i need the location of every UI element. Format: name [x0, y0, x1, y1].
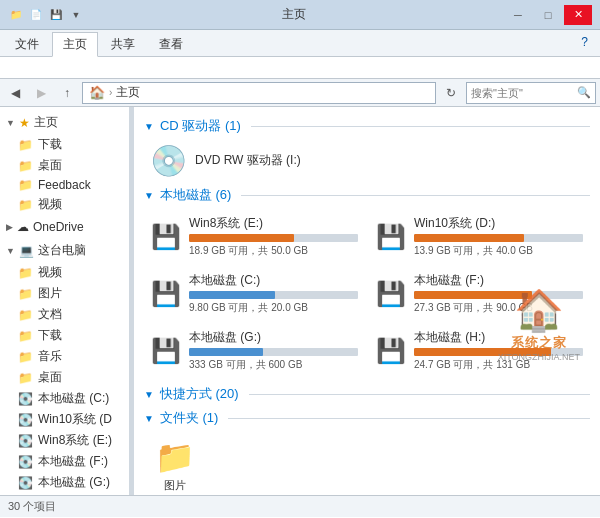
disk-icon: 💽: [18, 434, 33, 448]
disk-item[interactable]: 💾 Win8系统 (E:) 18.9 GB 可用，共 50.0 GB: [144, 210, 365, 263]
sidebar-quickaccess-label: 主页: [34, 114, 58, 131]
search-box[interactable]: 🔍: [466, 82, 596, 104]
save-icon: 💾: [48, 7, 64, 23]
disk-info: 本地磁盘 (F:) 27.3 GB 可用，共 90.0 GB: [414, 272, 583, 315]
address-chevron: ›: [109, 87, 112, 98]
disk-item[interactable]: 💾 本地磁盘 (F:) 27.3 GB 可用，共 90.0 GB: [369, 267, 590, 320]
disk-bar-bg: [189, 291, 358, 299]
folder-section-title[interactable]: 文件夹 (1): [160, 409, 219, 427]
tab-home[interactable]: 主页: [52, 32, 98, 57]
sidebar-header-thispc[interactable]: ▼ 💻 这台电脑: [0, 239, 129, 262]
sidebar-header-quickaccess[interactable]: ▼ ★ 主页: [0, 111, 129, 134]
sidebar-item-label: Win8系统 (E:): [38, 432, 112, 449]
disk-info: Win8系统 (E:) 18.9 GB 可用，共 50.0 GB: [189, 215, 358, 258]
disk-grid: 💾 Win8系统 (E:) 18.9 GB 可用，共 50.0 GB 💾 Win…: [144, 210, 590, 377]
folder-icon: 📁: [18, 266, 33, 280]
disk-icon: 💽: [18, 455, 33, 469]
minimize-button[interactable]: ─: [504, 5, 532, 25]
collapse-arrow: ▶: [6, 222, 13, 232]
tab-share[interactable]: 共享: [100, 32, 146, 56]
cd-drive-item[interactable]: 💿 DVD RW 驱动器 (I:): [144, 141, 590, 180]
sidebar-item-pc-downloads[interactable]: 📁 下载: [0, 325, 129, 346]
star-icon: ★: [19, 116, 30, 130]
folder-icon: 📁: [18, 138, 33, 152]
folder-item-pictures[interactable]: 📁 图片: [150, 433, 200, 495]
local-disk-section-divider: [241, 195, 590, 196]
refresh-button[interactable]: ↻: [440, 82, 462, 104]
tab-file[interactable]: 文件: [4, 32, 50, 56]
folder-icon: 📁: [18, 159, 33, 173]
cd-drive-label: DVD RW 驱动器 (I:): [195, 152, 301, 169]
cd-section-arrow[interactable]: ▼: [144, 121, 154, 132]
sidebar-item-local-c[interactable]: 💽 本地磁盘 (C:): [0, 388, 129, 409]
sidebar-item-label: 桌面: [38, 369, 62, 386]
sidebar-section-quickaccess: ▼ ★ 主页 📁 下载 📁 桌面 📁 Feedback 📁 视频: [0, 111, 129, 215]
sidebar-item-desktop[interactable]: 📁 桌面: [0, 155, 129, 176]
folder-icon: 📁: [18, 308, 33, 322]
sidebar-item-label: 本地磁盘 (C:): [38, 390, 109, 407]
sidebar-item-documents[interactable]: 📁 文档: [0, 304, 129, 325]
disk-item[interactable]: 💾 本地磁盘 (H:) 24.7 GB 可用，共 131 GB: [369, 324, 590, 377]
shortcut-section-arrow[interactable]: ▼: [144, 389, 154, 400]
sidebar-item-pictures[interactable]: 📁 图片: [0, 283, 129, 304]
disk-bar-fill: [414, 291, 532, 299]
disk-item[interactable]: 💾 本地磁盘 (G:) 333 GB 可用，共 600 GB: [144, 324, 365, 377]
search-input[interactable]: [471, 87, 577, 99]
sidebar-item-label: 音乐: [38, 348, 62, 365]
sidebar-section-onedrive: ▶ ☁ OneDrive: [0, 217, 129, 237]
sidebar-item-label: 下载: [38, 327, 62, 344]
disk-meta: 333 GB 可用，共 600 GB: [189, 358, 358, 372]
help-button[interactable]: ?: [573, 32, 596, 56]
disk-bar-fill: [414, 348, 551, 356]
sidebar-thispc-label: 这台电脑: [38, 242, 86, 259]
sidebar-item-feedback[interactable]: 📁 Feedback: [0, 176, 129, 194]
sidebar-item-downloads[interactable]: 📁 下载: [0, 134, 129, 155]
disk-item[interactable]: 💾 本地磁盘 (C:) 9.80 GB 可用，共 20.0 GB: [144, 267, 365, 320]
disk-name: 本地磁盘 (C:): [189, 272, 358, 289]
address-path: 主页: [116, 84, 140, 101]
sidebar-item-label: 下载: [38, 136, 62, 153]
sidebar-item-pc-desktop[interactable]: 📁 桌面: [0, 367, 129, 388]
sidebar-item-local-f[interactable]: 💽 本地磁盘 (F:): [0, 451, 129, 472]
folder-section-divider: [228, 418, 590, 419]
local-disk-section-arrow[interactable]: ▼: [144, 190, 154, 201]
shortcut-section-title[interactable]: 快捷方式 (20): [160, 385, 239, 403]
sidebar-item-label: 本地磁盘 (G:): [38, 474, 110, 491]
folder-section-arrow[interactable]: ▼: [144, 413, 154, 424]
disk-bar-bg: [189, 348, 358, 356]
sidebar-item-pc-videos[interactable]: 📁 视频: [0, 262, 129, 283]
back-button[interactable]: ◀: [4, 82, 26, 104]
disk-icon: 💾: [376, 223, 406, 251]
disk-item[interactable]: 💾 Win10系统 (D:) 13.9 GB 可用，共 40.0 GB: [369, 210, 590, 263]
sidebar-item-label: Win10系统 (D: [38, 411, 112, 428]
disk-name: Win10系统 (D:): [414, 215, 583, 232]
disk-icon: 💽: [18, 413, 33, 427]
forward-button[interactable]: ▶: [30, 82, 52, 104]
address-box[interactable]: 🏠 › 主页: [82, 82, 436, 104]
close-button[interactable]: ✕: [564, 5, 592, 25]
ribbon-content: [0, 56, 600, 78]
cd-section-title[interactable]: CD 驱动器 (1): [160, 117, 241, 135]
sidebar-item-music[interactable]: 📁 音乐: [0, 346, 129, 367]
file-icon: 📁: [8, 7, 24, 23]
up-button[interactable]: ↑: [56, 82, 78, 104]
titlebar-left-icons: 📁 📄 💾 ▼: [8, 7, 84, 23]
dropdown-arrow[interactable]: ▼: [68, 7, 84, 23]
sidebar-item-label: 文档: [38, 306, 62, 323]
cd-section-divider: [251, 126, 590, 127]
doc-icon: 📄: [28, 7, 44, 23]
cd-section-header: ▼ CD 驱动器 (1): [144, 117, 590, 135]
maximize-button[interactable]: □: [534, 5, 562, 25]
sidebar-item-win10-d[interactable]: 💽 Win10系统 (D: [0, 409, 129, 430]
folder-name: 图片: [164, 478, 186, 493]
sidebar-item-win8-e[interactable]: 💽 Win8系统 (E:): [0, 430, 129, 451]
tab-view[interactable]: 查看: [148, 32, 194, 56]
sidebar-item-videos[interactable]: 📁 视频: [0, 194, 129, 215]
local-disk-section-title[interactable]: 本地磁盘 (6): [160, 186, 232, 204]
disk-meta: 24.7 GB 可用，共 131 GB: [414, 358, 583, 372]
folder-section-header: ▼ 文件夹 (1): [144, 409, 590, 427]
search-icon: 🔍: [577, 86, 591, 99]
sidebar-item-local-g[interactable]: 💽 本地磁盘 (G:): [0, 472, 129, 493]
content-area: ▼ CD 驱动器 (1) 💿 DVD RW 驱动器 (I:) ▼ 本地磁盘 (6…: [134, 107, 600, 495]
sidebar-header-onedrive[interactable]: ▶ ☁ OneDrive: [0, 217, 129, 237]
